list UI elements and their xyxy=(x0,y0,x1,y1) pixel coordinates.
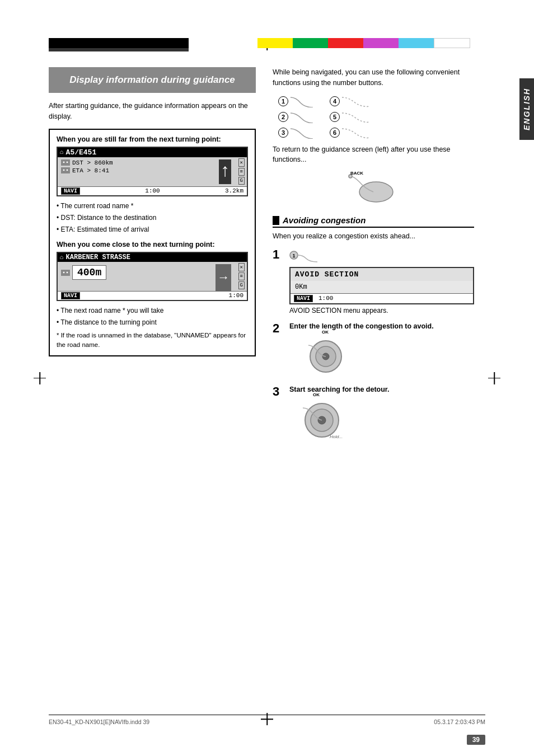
eta-row: ▪▪ ETA > 8:41 xyxy=(61,167,243,174)
page-number: 39 xyxy=(467,735,485,745)
nav-display-box: When you are still far from the next tur… xyxy=(49,129,256,356)
turn-arrow: → xyxy=(216,264,231,291)
icon-list: ≡ xyxy=(238,168,245,176)
icon-g: G xyxy=(238,177,245,185)
right-intro: While being navigated, you can use the f… xyxy=(273,67,474,88)
avoid-subtitle: When you realize a congestion exists ahe… xyxy=(273,231,474,242)
btn-curve-2 xyxy=(291,111,313,123)
bullet-dst: DST: Distance to the destination xyxy=(57,213,248,223)
svg-point-0 xyxy=(359,182,393,202)
bullets-close: The next road name * you will take The d… xyxy=(57,306,248,328)
battery-icon: ▪▪ xyxy=(61,159,70,166)
battery-icon-2: ▪▪ xyxy=(61,270,70,276)
avoid-title-container: Avoiding congestion xyxy=(273,215,474,228)
ok-btn-area: OK xyxy=(306,335,345,374)
avoid-navi-badge: NAVI xyxy=(294,295,313,302)
back-btn-svg xyxy=(343,171,404,204)
reg-mark-right xyxy=(488,372,500,384)
num-circle-2: 2 xyxy=(278,112,288,122)
print-bar-sub xyxy=(49,48,189,51)
back-button-area: BACK xyxy=(273,171,474,204)
number-buttons-area: 1 2 3 xyxy=(278,95,474,139)
navi-badge-2: NAVI xyxy=(61,292,80,299)
num-btn-2: 2 xyxy=(278,111,313,123)
screen-close: ⌂ KARBENER STRASSE ▪▪ 400m → ✕ ≡ G xyxy=(57,252,248,301)
color-green xyxy=(293,38,328,48)
right-icons-1: ✕ ≡ G xyxy=(238,158,245,185)
screen-top-bar-2: ⌂ KARBENER STRASSE xyxy=(58,253,247,262)
heading-close: When you come close to the next turning … xyxy=(57,241,248,248)
btn-curve-1 xyxy=(291,95,313,107)
right-column: While being navigated, you can use the f… xyxy=(273,67,474,453)
num-btn-4: 4 xyxy=(330,95,370,107)
print-bar-color xyxy=(257,38,470,48)
step-num-3: 3 xyxy=(273,384,284,399)
bullet-distance: The distance to the turning point xyxy=(57,317,248,328)
bullet-next-road: The next road name * you will take xyxy=(57,306,248,316)
num-circle-4: 4 xyxy=(330,96,340,106)
num-col-left: 1 2 3 xyxy=(278,95,313,139)
avoid-title-icon xyxy=(273,216,279,225)
navi-badge-1: NAVI xyxy=(61,187,80,195)
footnote: * If the road is unnamed in the database… xyxy=(57,331,248,350)
section-title: Display information during guidance xyxy=(60,74,245,86)
intro-text: After starting guidance, the guidance in… xyxy=(49,101,256,122)
dist-1: 3.2km xyxy=(225,187,243,195)
color-white xyxy=(434,38,470,48)
screen-main-2: ▪▪ 400m → ✕ ≡ G xyxy=(58,262,247,291)
dst-row: ▪▪ DST > 860km xyxy=(61,159,243,166)
distance-400m: 400m xyxy=(72,265,106,280)
step-3: 3 Start searching for the detour. OK xyxy=(273,384,474,447)
back-btn-container: BACK xyxy=(343,171,404,204)
footer-file: EN30-41_KD-NX901[E]NAVIfb.indd 39 xyxy=(49,719,149,725)
color-magenta xyxy=(363,38,399,48)
color-cyan xyxy=(399,38,434,48)
screen-far: ⌂ A5/E451 ▪▪ DST > 860km ▪▪ ETA > 8:41 ↑… xyxy=(57,147,248,196)
btn-dotted-4 xyxy=(342,95,370,107)
bullet-eta: ETA: Estimated time of arrival xyxy=(57,224,248,235)
screen-main-1: ▪▪ DST > 860km ▪▪ ETA > 8:41 ↑ ✕ ≡ G xyxy=(58,157,247,186)
hold-btn-area: OK Hold... xyxy=(301,398,345,443)
avoid-congestion-section: Avoiding congestion When you realize a c… xyxy=(273,215,474,446)
bullets-far: The current road name * DST: Distance to… xyxy=(57,201,248,236)
section-title-box: Display information during guidance xyxy=(49,67,256,93)
icon-x: ✕ xyxy=(238,158,245,167)
eta-text: ETA > 8:41 xyxy=(72,167,109,174)
screen-road-name-1: A5/E451 xyxy=(66,148,97,157)
right-icons-2: ✕ ≡ G xyxy=(238,263,245,289)
house-icon: ⌂ xyxy=(60,149,64,156)
num-btn-6: 6 xyxy=(330,126,370,139)
step1-btn-svg: 1 xyxy=(289,247,323,263)
screen-top-bar-1: ⌂ A5/E451 xyxy=(58,148,247,157)
return-text: To return to the guidance screen (left) … xyxy=(273,144,474,166)
avoid-screen-bottom: NAVI 1:00 xyxy=(291,293,473,303)
step-num-2: 2 xyxy=(273,321,284,336)
avoid-time: 1:00 xyxy=(318,295,333,302)
time-2: 1:00 xyxy=(229,292,243,299)
step-3-content: Start searching for the detour. OK Hold.… xyxy=(289,384,474,447)
btn-curve-3 xyxy=(291,126,313,139)
step-2: 2 Enter the length of the congestion to … xyxy=(273,321,474,378)
ok-label: OK xyxy=(322,330,329,335)
bullet-road: The current road name * xyxy=(57,201,248,212)
house-icon-2: ⌂ xyxy=(60,254,64,261)
ok-btn-svg xyxy=(306,335,345,374)
icon-g-2: G xyxy=(238,281,245,289)
step-2-text: Enter the length of the congestion to av… xyxy=(289,321,474,332)
icon-list-2: ≡ xyxy=(238,273,245,280)
num-circle-6: 6 xyxy=(330,128,340,138)
language-tab: ENGLISH xyxy=(519,78,534,140)
num-circle-5: 5 xyxy=(330,112,340,122)
step-1-content: 1 AVOID SECTION 0Km NAVI 1:00 xyxy=(289,247,474,314)
avoid-caption: AVOID SECTION menu appears. xyxy=(289,307,474,314)
back-label: BACK xyxy=(350,171,363,176)
num-btn-1: 1 xyxy=(278,95,313,107)
heading-far: When you are still far from the next tur… xyxy=(57,135,248,143)
icon-x-2: ✕ xyxy=(238,263,245,271)
footer-date: 05.3.17 2:03:43 PM xyxy=(434,719,485,725)
num-circle-3: 3 xyxy=(278,128,288,138)
step1-btn-area: 1 xyxy=(289,247,474,265)
step-num-1: 1 xyxy=(273,247,284,262)
avoid-title-text: Avoiding congestion xyxy=(283,215,366,225)
num-btn-3: 3 xyxy=(278,126,313,139)
